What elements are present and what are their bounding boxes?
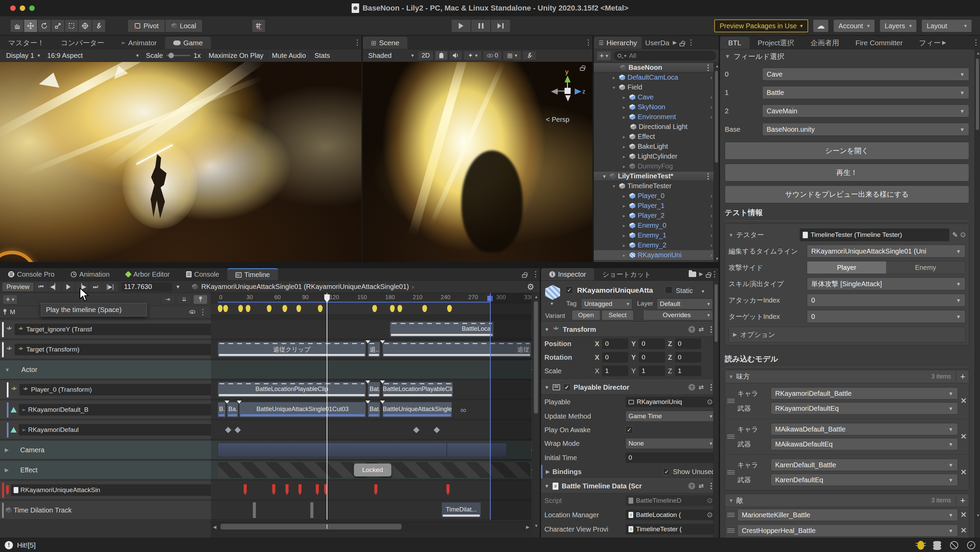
kebab-icon[interactable]: ⋮: [199, 308, 207, 317]
btl-tab-overflow-icon[interactable]: ▶: [942, 40, 946, 46]
tab-fire-committer[interactable]: Fire Committer: [847, 37, 911, 49]
add-track-button[interactable]: +▾: [3, 295, 18, 304]
battle-timeline-data-header[interactable]: ▼ # Battle Timeline Data (Scr ? ⇄ ⋮: [541, 479, 719, 493]
marker-toggle-icon[interactable]: [193, 295, 208, 304]
attacker-index-dropdown[interactable]: 0▼: [807, 294, 966, 307]
signal-marker[interactable]: [398, 305, 402, 312]
gameobject-name[interactable]: RKayamoriUniqueAtta: [577, 286, 662, 294]
signal-marker[interactable]: [372, 305, 377, 312]
overrides-dropdown[interactable]: Overrides▾: [643, 310, 713, 320]
tab-hierarchy[interactable]: ☰Hierarchy: [594, 37, 642, 49]
mute-audio-button[interactable]: Mute Audio: [267, 52, 310, 60]
active-checkbox[interactable]: [566, 286, 573, 294]
drag-handle-icon[interactable]: [727, 528, 735, 534]
transform-tool-icon[interactable]: [78, 19, 92, 32]
tab-master[interactable]: マスター！: [0, 37, 52, 49]
hierarchy-item[interactable]: ▸DefaultCamLoca›: [594, 73, 714, 82]
2d-toggle[interactable]: 2D: [418, 51, 434, 60]
signal-emitter[interactable]: [272, 484, 275, 495]
ally-chara-dropdown[interactable]: MAikawaDefault_Battle▼: [771, 423, 958, 435]
tab-animation[interactable]: Animation: [63, 268, 118, 280]
signal-marker[interactable]: [238, 305, 243, 312]
clip-b[interactable]: B...: [218, 402, 226, 417]
traffic-minimize-button[interactable]: [20, 5, 25, 11]
hierarchy-item-selected[interactable]: ▸RKayamoriUni›: [594, 250, 714, 260]
hierarchy-item[interactable]: ▸Player_1›: [594, 201, 714, 211]
tab-arbor-editor[interactable]: Arbor Editor: [118, 268, 178, 280]
tab-fi-overflow[interactable]: フィー: [911, 37, 942, 49]
layout-dropdown[interactable]: Layout▾: [921, 19, 972, 32]
hierarchy-item[interactable]: ▾TimelineTester: [594, 181, 714, 191]
ally-chara-dropdown[interactable]: KarenDefault_Battle▼: [771, 459, 958, 471]
scene-lighting-icon[interactable]: [435, 51, 448, 60]
remove-item-icon[interactable]: ✕: [961, 396, 967, 405]
field-0-dropdown[interactable]: Cave▼: [762, 68, 969, 81]
inspector-menu-icon[interactable]: ⋮: [711, 270, 719, 279]
signal-marker[interactable]: [246, 305, 250, 312]
enemy-dropdown[interactable]: CrestHopperHeal_Battle▼: [737, 525, 958, 537]
rotate-tool-icon[interactable]: [37, 19, 51, 32]
scene-hidden-icon[interactable]: 0: [483, 51, 501, 60]
time-unit-dropdown-icon[interactable]: ▼: [176, 284, 181, 290]
prev-frame-button[interactable]: ◀▏: [48, 282, 61, 292]
hierarchy-search-input[interactable]: ▾ All: [614, 51, 716, 60]
playhead-line[interactable]: [327, 293, 327, 520]
stats-button[interactable]: Stats: [310, 52, 334, 60]
preview-packages-button[interactable]: Preview Packages in Use▾: [714, 19, 808, 32]
game-viewport[interactable]: [0, 62, 361, 262]
signal-marker[interactable]: [267, 305, 272, 312]
rect-tool-icon[interactable]: [65, 19, 78, 32]
presets-icon[interactable]: ⇄: [698, 482, 704, 490]
signal-emitter[interactable]: [374, 484, 377, 495]
tab-project-select[interactable]: Project選択: [749, 37, 802, 49]
gizmo-y-cone[interactable]: [565, 76, 571, 82]
folder-icon[interactable]: [689, 272, 696, 277]
local-toggle[interactable]: Local: [165, 19, 202, 32]
timeline-play-button[interactable]: [62, 282, 75, 292]
clip-ba[interactable]: Ba...: [227, 402, 238, 417]
btl-menu-icon[interactable]: ⋮: [972, 38, 980, 47]
signal-marker[interactable]: [223, 305, 228, 312]
scale-slider[interactable]: Scale 1x: [142, 52, 204, 60]
collab-disabled-icon[interactable]: [950, 541, 958, 549]
hierarchy-item[interactable]: ▸Player_0›: [594, 191, 714, 201]
inspector-overflow-icon[interactable]: ▶: [699, 271, 703, 277]
signal-marker[interactable]: [447, 305, 452, 312]
clip-follow-small[interactable]: 追...: [368, 342, 380, 357]
tab-game[interactable]: Game: [165, 37, 211, 49]
scale-y-field[interactable]: 1: [639, 366, 665, 376]
gizmo-cube[interactable]: [565, 88, 571, 94]
keyframe-diamond[interactable]: [234, 427, 240, 433]
signal-marker[interactable]: [422, 305, 427, 312]
hierarchy-scrollbar[interactable]: ▲ ▼: [714, 63, 719, 262]
position-y-field[interactable]: 0: [639, 338, 665, 349]
tab-console[interactable]: Console: [178, 268, 227, 280]
eye-icon[interactable]: [189, 310, 195, 314]
timedilation-key[interactable]: [310, 502, 313, 518]
signal-emitter[interactable]: [447, 484, 450, 495]
field-1-dropdown[interactable]: Battle▼: [762, 86, 969, 99]
target-index-dropdown[interactable]: 0▼: [807, 310, 966, 323]
help-icon[interactable]: ?: [688, 384, 695, 391]
inspector-scrollbar[interactable]: [713, 281, 719, 538]
attack-side-player-toggle[interactable]: Player: [807, 261, 886, 274]
clip-battleloca[interactable]: BattleLoca: [390, 321, 494, 337]
persp-label[interactable]: < Persp: [546, 116, 569, 124]
edit-pencil-icon[interactable]: ✎: [952, 231, 958, 239]
options-foldout[interactable]: ▶オプション: [729, 327, 966, 342]
shading-dropdown[interactable]: Shaded▾: [366, 52, 417, 60]
hierarchy-item[interactable]: ▸Player_2›: [594, 211, 714, 221]
tab-shortcut[interactable]: ショートカット: [594, 268, 659, 280]
tab-scene[interactable]: ⊞Scene: [363, 37, 407, 49]
traffic-zoom-button[interactable]: [29, 5, 35, 11]
hierarchy-item[interactable]: ▾Field: [594, 82, 714, 92]
attack-side-enemy-toggle[interactable]: Enemy: [886, 261, 965, 274]
help-icon[interactable]: ?: [688, 483, 695, 489]
drag-handle-icon[interactable]: [727, 469, 735, 476]
clip-follow[interactable]: 追従クリップ: [218, 342, 366, 357]
timeline-ruler[interactable]: 0 30 60 90 120 150 180 210 240 270 300 3…: [211, 293, 531, 303]
object-picker-icon[interactable]: [961, 232, 966, 237]
aspect-dropdown[interactable]: 16:9 Aspect▾: [43, 52, 142, 60]
scene-effects-icon[interactable]: ✦▾: [463, 51, 482, 60]
remove-item-icon[interactable]: ✕: [961, 468, 967, 477]
